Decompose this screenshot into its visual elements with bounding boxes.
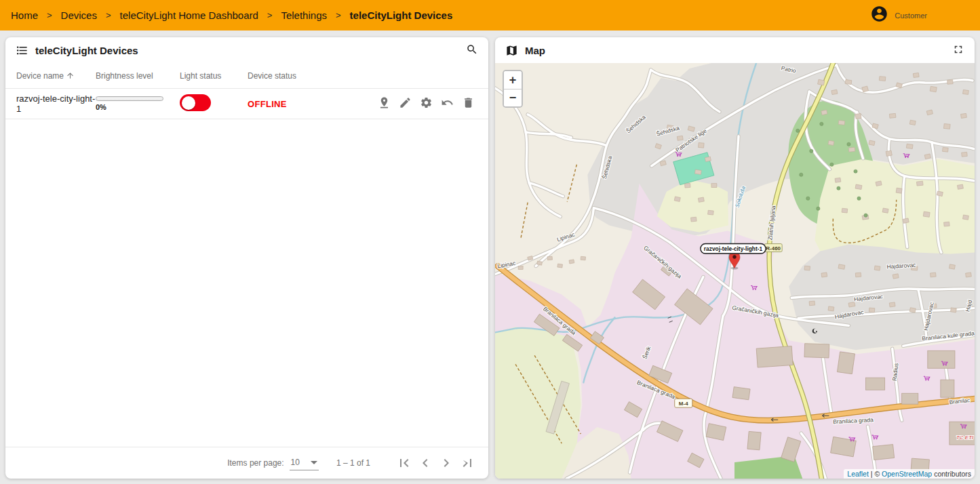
page-size-select[interactable]: 10 <box>290 456 319 470</box>
chevron-right-icon <box>438 463 454 473</box>
previous-page-button[interactable] <box>417 455 433 471</box>
devices-panel-header: teleCityLight Devices <box>5 37 488 63</box>
devices-panel-title: teleCityLight Devices <box>35 45 138 56</box>
search-icon <box>466 43 478 58</box>
attribution-separator: | © <box>869 470 882 478</box>
breadcrumb-separator: > <box>106 10 111 20</box>
settings-button[interactable] <box>418 96 434 112</box>
road-shield-r460: R-460 <box>764 244 782 252</box>
edit-icon <box>399 96 412 111</box>
breadcrumb-devices[interactable]: Devices <box>61 9 97 21</box>
map-tiles: Šehidska Šehidska Šehidska Patriotske li… <box>495 63 975 479</box>
leaflet-link[interactable]: Leaflet <box>847 470 869 478</box>
page-range-label: 1 – 1 of 1 <box>336 458 370 468</box>
row-actions <box>376 96 488 112</box>
dashboard: teleCityLight Devices Device name Bright… <box>0 31 980 479</box>
poi-label-tc-eti: TC ETI <box>956 435 974 441</box>
breadcrumb-separator: > <box>47 10 52 20</box>
sort-ascending-icon <box>66 71 75 80</box>
delete-button[interactable] <box>460 96 476 112</box>
device-status-cell: OFFLINE <box>248 99 370 109</box>
breadcrumb-home[interactable]: Home <box>11 9 38 21</box>
brightness-cell: 0% <box>96 96 180 111</box>
breadcrumb-current: teleCityLight Devices <box>350 9 453 21</box>
road-shield-m4: M-4 <box>675 399 692 407</box>
map-zoom-control: + − <box>503 70 523 108</box>
table-row[interactable]: razvoj-tele-city-light-1 0% OFFLINE <box>5 89 488 119</box>
map-attribution: Leaflet | © OpenStreetMap contributors <box>844 469 975 479</box>
breadcrumb-dashboard[interactable]: teleCityLight Home Dashboard <box>120 9 258 21</box>
map-canvas[interactable]: Šehidska Šehidska Šehidska Patriotske li… <box>495 63 975 479</box>
svg-text:R-460: R-460 <box>766 245 781 251</box>
attribution-suffix: contributors <box>932 470 971 478</box>
table-empty-space <box>5 119 488 447</box>
gear-icon <box>420 96 433 111</box>
svg-text:M-4: M-4 <box>679 401 688 407</box>
marker-tooltip-label: razvoj-tele-city-light-1 <box>704 245 762 252</box>
marker-tooltip: razvoj-tele-city-light-1 <box>701 244 766 254</box>
search-button[interactable] <box>466 43 478 58</box>
zoom-out-button[interactable]: − <box>504 89 522 106</box>
first-page-button[interactable] <box>396 455 412 471</box>
next-page-button[interactable] <box>438 455 454 471</box>
undo-icon <box>441 96 454 111</box>
column-device-status[interactable]: Device status <box>248 71 370 81</box>
map-panel: Map <box>495 37 975 479</box>
device-name-cell: razvoj-tele-city-light-1 <box>16 94 96 114</box>
status-badge: OFFLINE <box>248 99 287 109</box>
items-per-page-label: Items per page: <box>227 458 283 468</box>
top-bar: Home > Devices > teleCityLight Home Dash… <box>0 0 980 31</box>
breadcrumb-separator: > <box>336 10 341 20</box>
toggle-knob <box>182 96 195 110</box>
devices-panel: teleCityLight Devices Device name Bright… <box>5 37 488 479</box>
column-brightness[interactable]: Brightness level <box>96 71 180 81</box>
table-header-row: Device name Brightness level Light statu… <box>5 63 488 89</box>
brightness-value: 0% <box>96 103 180 111</box>
map-panel-header: Map <box>495 37 975 63</box>
page-size-value: 10 <box>291 458 300 467</box>
map-panel-title: Map <box>525 45 545 56</box>
map-icon <box>505 44 518 57</box>
breadcrumb-separator: > <box>267 10 273 20</box>
brightness-slider[interactable] <box>96 96 163 101</box>
first-page-icon <box>396 463 412 473</box>
light-toggle[interactable] <box>180 94 211 111</box>
fullscreen-button[interactable] <box>952 43 964 58</box>
column-light-status[interactable]: Light status <box>180 71 248 81</box>
paginator: Items per page: 10 1 – 1 of 1 <box>5 447 488 479</box>
user-menu[interactable]: Customer <box>870 5 927 26</box>
chevron-down-icon <box>311 461 317 464</box>
last-page-icon <box>459 463 475 473</box>
undo-button[interactable] <box>439 96 455 112</box>
zoom-in-button[interactable]: + <box>504 71 522 89</box>
fullscreen-icon <box>952 43 964 58</box>
edit-button[interactable] <box>397 96 413 112</box>
user-label: Customer <box>895 12 927 20</box>
light-status-cell <box>180 94 248 113</box>
last-page-button[interactable] <box>459 455 475 471</box>
account-icon <box>870 5 888 26</box>
list-icon <box>16 44 28 57</box>
pin-drop-button[interactable] <box>376 96 392 112</box>
breadcrumb-telethings[interactable]: Telethings <box>281 9 327 21</box>
trash-icon <box>462 96 475 111</box>
column-device-name[interactable]: Device name <box>16 71 96 81</box>
openstreetmap-link[interactable]: OpenStreetMap <box>882 470 932 478</box>
chevron-left-icon <box>417 463 433 473</box>
pin-drop-icon <box>378 96 391 111</box>
